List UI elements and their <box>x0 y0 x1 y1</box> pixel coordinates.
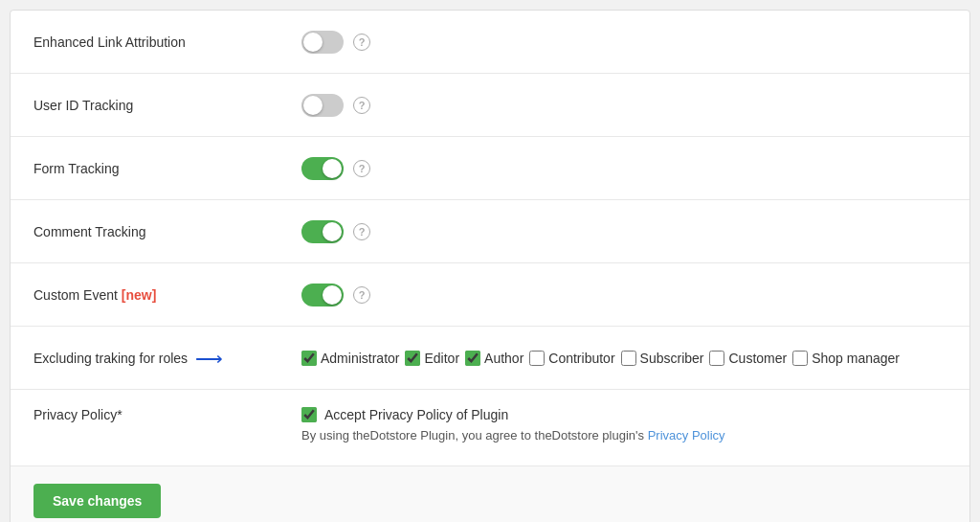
role-editor[interactable]: Editor <box>405 351 459 366</box>
help-icon-form-tracking[interactable]: ? <box>353 160 370 177</box>
toggle-comment-tracking[interactable] <box>301 220 344 243</box>
checkbox-author[interactable] <box>465 351 480 366</box>
privacy-checkbox-row: Accept Privacy Policy of Plugin <box>301 407 947 422</box>
checkbox-subscriber[interactable] <box>621 351 636 366</box>
settings-panel: Enhanced Link Attribution ? User ID Trac… <box>10 10 970 522</box>
roles-controls: Administrator Editor Author Contributor … <box>301 351 947 366</box>
role-label-author: Author <box>484 351 523 366</box>
control-user-id: ? <box>301 94 947 117</box>
help-icon-custom-event[interactable]: ? <box>353 286 370 304</box>
toggle-custom-event[interactable] <box>301 284 344 306</box>
checkbox-editor[interactable] <box>405 351 420 366</box>
role-label-customer: Customer <box>728 351 787 366</box>
roles-row: Excluding traking for roles ⟶ Administra… <box>11 327 969 390</box>
checkbox-administrator[interactable] <box>301 351 317 366</box>
toggle-user-id[interactable] <box>301 94 344 117</box>
control-custom-event: ? <box>301 284 947 306</box>
role-label-shop-manager: Shop manager <box>812 351 900 366</box>
label-enhanced-link: Enhanced Link Attribution <box>33 34 301 50</box>
control-enhanced-link: ? <box>301 31 947 54</box>
checkbox-shop-manager[interactable] <box>792 351 808 366</box>
checkbox-customer[interactable] <box>709 351 724 366</box>
label-custom-event: Custom Event [new] <box>33 287 301 303</box>
setting-row-enhanced-link: Enhanced Link Attribution ? <box>11 11 969 74</box>
setting-row-user-id: User ID Tracking ? <box>11 74 969 137</box>
role-label-subscriber: Subscriber <box>640 351 704 366</box>
privacy-row: Privacy Policy* Accept Privacy Policy of… <box>11 390 969 466</box>
help-icon-user-id[interactable]: ? <box>353 97 370 114</box>
privacy-label: Privacy Policy* <box>33 407 301 422</box>
toggle-form-tracking[interactable] <box>301 157 344 180</box>
privacy-checkbox[interactable] <box>301 407 317 422</box>
save-changes-button[interactable]: Save changes <box>33 484 161 518</box>
setting-row-form-tracking: Form Tracking ? <box>11 137 969 200</box>
privacy-checkbox-label: Accept Privacy Policy of Plugin <box>324 407 508 422</box>
role-contributor[interactable]: Contributor <box>529 351 614 366</box>
label-form-tracking: Form Tracking <box>33 161 301 176</box>
help-icon-comment-tracking[interactable]: ? <box>353 223 370 240</box>
role-label-administrator: Administrator <box>321 351 399 366</box>
arrow-icon: ⟶ <box>195 347 223 370</box>
label-user-id: User ID Tracking <box>33 98 301 113</box>
help-icon-enhanced-link[interactable]: ? <box>353 34 370 51</box>
setting-row-comment-tracking: Comment Tracking ? <box>11 200 969 263</box>
role-label-contributor: Contributor <box>548 351 614 366</box>
role-administrator[interactable]: Administrator <box>301 351 399 366</box>
checkbox-contributor[interactable] <box>529 351 545 366</box>
label-comment-tracking: Comment Tracking <box>33 224 301 239</box>
control-comment-tracking: ? <box>301 220 947 243</box>
control-form-tracking: ? <box>301 157 947 180</box>
role-author[interactable]: Author <box>465 351 523 366</box>
setting-row-custom-event: Custom Event [new] ? <box>11 263 969 327</box>
privacy-description: By using theDotstore Plugin, you agree t… <box>301 428 947 443</box>
privacy-control: Accept Privacy Policy of Plugin By using… <box>301 407 947 443</box>
footer-row: Save changes <box>11 466 969 522</box>
privacy-policy-link[interactable]: Privacy Policy <box>648 428 725 443</box>
role-subscriber[interactable]: Subscriber <box>621 351 704 366</box>
new-badge: [new] <box>122 287 157 303</box>
role-customer[interactable]: Customer <box>709 351 787 366</box>
toggle-enhanced-link[interactable] <box>301 31 344 54</box>
role-shop-manager[interactable]: Shop manager <box>792 351 900 366</box>
role-label-editor: Editor <box>424 351 459 366</box>
roles-label: Excluding traking for roles ⟶ <box>33 347 301 370</box>
